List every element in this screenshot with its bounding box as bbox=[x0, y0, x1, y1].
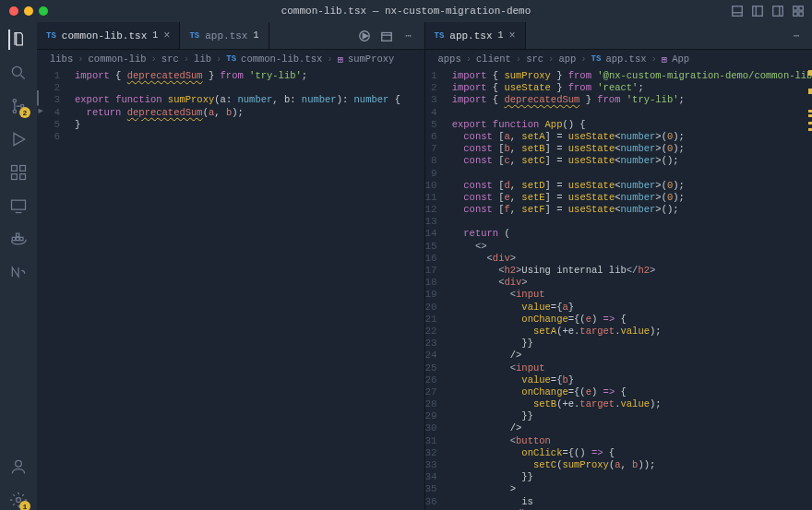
svg-rect-16 bbox=[12, 166, 18, 172]
svg-rect-19 bbox=[20, 166, 26, 172]
crumb[interactable]: app bbox=[558, 53, 576, 65]
svg-rect-25 bbox=[17, 233, 19, 236]
toggle-panel-icon[interactable] bbox=[731, 5, 744, 18]
editor-pane-left: TS common-lib.tsx 1 × TS app.tsx 1 ⋯ lib… bbox=[37, 22, 424, 510]
svg-point-26 bbox=[16, 460, 22, 467]
toggle-secondary-icon[interactable] bbox=[771, 5, 784, 18]
crumb[interactable]: apps bbox=[438, 53, 461, 65]
settings-icon[interactable]: 1 bbox=[8, 490, 29, 510]
extensions-icon[interactable] bbox=[8, 162, 29, 183]
main-layout: 2 1 TS common-lib.tsx 1 × TS app.tsx 1 bbox=[0, 22, 812, 510]
docker-icon[interactable] bbox=[8, 229, 29, 249]
crumb[interactable]: client bbox=[476, 53, 511, 65]
svg-rect-7 bbox=[799, 6, 803, 10]
crumb[interactable]: app.tsx bbox=[605, 53, 646, 65]
gutter-left: 123456 bbox=[37, 68, 69, 510]
nx-icon[interactable] bbox=[8, 262, 29, 282]
code-area-left[interactable]: import { deprecatedSum } from 'try-lib';… bbox=[69, 68, 424, 510]
scm-badge: 2 bbox=[19, 107, 30, 118]
ts-icon: TS bbox=[435, 31, 445, 41]
svg-rect-4 bbox=[773, 6, 783, 17]
svg-rect-2 bbox=[753, 6, 763, 17]
titlebar: common-lib.tsx — nx-custom-migration-dem… bbox=[0, 0, 812, 22]
symbol-icon: ⊞ bbox=[662, 53, 667, 65]
debug-icon[interactable] bbox=[8, 129, 29, 149]
svg-point-13 bbox=[13, 110, 16, 113]
editor-pane-right: TS app.tsx 1 × ⋯ apps› client› src› app›… bbox=[424, 22, 813, 510]
tab-app-left[interactable]: TS app.tsx 1 bbox=[180, 22, 269, 49]
settings-badge: 1 bbox=[19, 501, 30, 510]
ts-icon: TS bbox=[591, 54, 602, 64]
svg-point-10 bbox=[12, 66, 21, 76]
scm-icon[interactable]: 2 bbox=[8, 96, 29, 116]
svg-marker-29 bbox=[363, 33, 367, 38]
editor-right[interactable]: 1234567891011121314151617181920212223242… bbox=[425, 68, 813, 510]
tab-label: app.tsx bbox=[205, 30, 247, 42]
gutter-right: 1234567891011121314151617181920212223242… bbox=[425, 68, 447, 510]
crumb[interactable]: common-lib bbox=[89, 53, 147, 65]
modified-indicator: 1 bbox=[253, 30, 258, 41]
remote-icon[interactable] bbox=[8, 196, 29, 216]
svg-rect-17 bbox=[12, 174, 18, 180]
tab-actions-left: ⋯ bbox=[349, 22, 424, 49]
svg-rect-6 bbox=[794, 6, 797, 10]
account-icon[interactable] bbox=[8, 457, 29, 477]
window-title: common-lib.tsx — nx-custom-migration-dem… bbox=[0, 6, 812, 17]
search-icon[interactable] bbox=[8, 63, 29, 83]
breadcrumb-left[interactable]: libs› common-lib› src› lib› TScommon-lib… bbox=[37, 50, 424, 68]
explorer-icon[interactable] bbox=[8, 30, 29, 50]
more-icon[interactable]: ⋯ bbox=[790, 30, 803, 42]
crumb[interactable]: libs bbox=[50, 53, 73, 65]
svg-point-12 bbox=[13, 100, 16, 102]
modified-indicator: 1 bbox=[498, 30, 504, 41]
ts-icon: TS bbox=[189, 31, 199, 41]
ts-icon: TS bbox=[226, 54, 236, 64]
svg-rect-24 bbox=[20, 237, 23, 240]
svg-rect-9 bbox=[799, 12, 803, 16]
run-icon[interactable] bbox=[358, 30, 371, 42]
crumb[interactable]: common-lib.tsx bbox=[241, 53, 322, 65]
overview-ruler bbox=[808, 68, 812, 510]
toggle-sidebar-icon[interactable] bbox=[751, 5, 764, 18]
svg-rect-18 bbox=[20, 174, 26, 180]
crumb[interactable]: src bbox=[526, 53, 543, 65]
crumb[interactable]: App bbox=[672, 53, 689, 65]
tab-actions-right: ⋯ bbox=[781, 22, 812, 49]
svg-rect-22 bbox=[12, 237, 15, 240]
breadcrumb-right[interactable]: apps› client› src› app› TSapp.tsx› ⊞App bbox=[425, 50, 813, 68]
editor-groups: TS common-lib.tsx 1 × TS app.tsx 1 ⋯ lib… bbox=[37, 22, 812, 510]
svg-rect-30 bbox=[381, 32, 391, 41]
code-area-right[interactable]: import { sumProxy } from '@nx-custom-mig… bbox=[447, 68, 812, 510]
crumb[interactable]: src bbox=[161, 53, 179, 65]
editor-left[interactable]: 123456 import { deprecatedSum } from 'tr… bbox=[37, 68, 424, 510]
symbol-icon: ⊞ bbox=[338, 53, 343, 65]
svg-line-11 bbox=[21, 76, 25, 79]
crumb[interactable]: sumProxy bbox=[348, 53, 394, 65]
more-icon[interactable]: ⋯ bbox=[402, 30, 415, 42]
tab-bar-left: TS common-lib.tsx 1 × TS app.tsx 1 ⋯ bbox=[37, 22, 424, 50]
svg-rect-20 bbox=[12, 200, 26, 209]
ts-icon: TS bbox=[46, 31, 56, 41]
svg-rect-0 bbox=[733, 6, 743, 17]
svg-rect-23 bbox=[17, 237, 19, 240]
svg-point-27 bbox=[17, 498, 21, 503]
tab-label: app.tsx bbox=[449, 30, 492, 42]
tab-app-right[interactable]: TS app.tsx 1 × bbox=[425, 22, 526, 49]
tab-label: common-lib.tsx bbox=[62, 30, 147, 42]
crumb[interactable]: lib bbox=[194, 53, 211, 65]
customize-layout-icon[interactable] bbox=[792, 5, 805, 18]
close-icon[interactable]: × bbox=[163, 30, 170, 42]
tab-common-lib[interactable]: TS common-lib.tsx 1 × bbox=[37, 22, 180, 49]
activity-bar: 2 1 bbox=[0, 22, 37, 510]
svg-marker-15 bbox=[14, 133, 25, 145]
history-icon[interactable] bbox=[380, 30, 393, 42]
diff-indicator: ▎▸ bbox=[37, 93, 44, 117]
svg-rect-8 bbox=[794, 12, 797, 16]
modified-indicator: 1 bbox=[152, 30, 158, 41]
tab-bar-right: TS app.tsx 1 × ⋯ bbox=[425, 22, 813, 50]
layout-controls bbox=[731, 5, 805, 18]
close-icon[interactable]: × bbox=[509, 30, 516, 42]
